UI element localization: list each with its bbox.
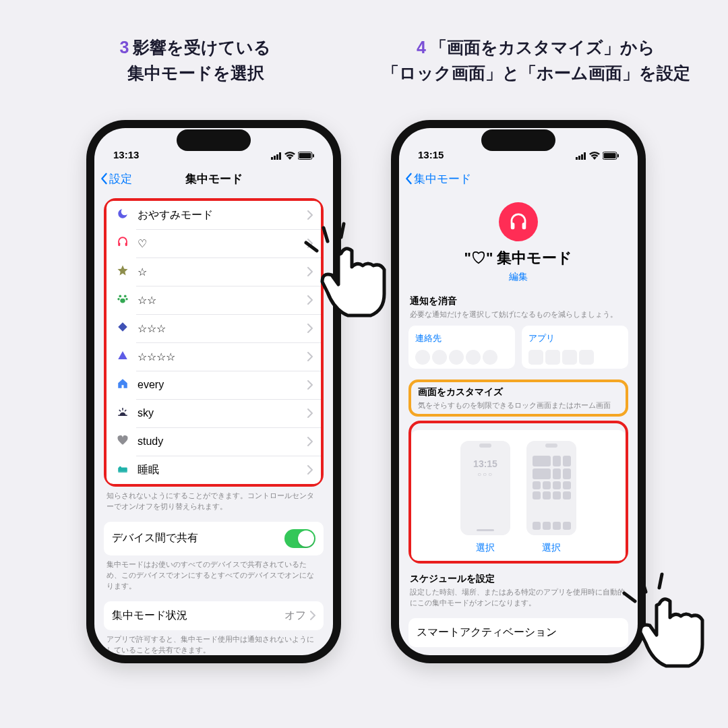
home-select-button[interactable]: 選択 — [526, 542, 576, 554]
schedule-title: スケジュールを設定 — [410, 573, 627, 585]
notify-header: 通知を消音 必要な通知だけを選択して妨げになるものを減らしましょう。 — [408, 295, 628, 326]
focus-status-help: アプリで許可すると、集中モード使用中は通知されないようにしていることを共有できま… — [104, 630, 324, 655]
focus-mode-row[interactable]: ☆☆☆☆ — [107, 342, 321, 371]
phone-right: 13:15 集中モード "♡" 集中モード 編集 通知を消音 必要な通知だけを選… — [391, 120, 646, 663]
focus-mode-row[interactable]: study — [107, 427, 321, 456]
lock-preview-widgets: ○○○ — [477, 471, 493, 478]
focus-mode-label: every — [138, 379, 307, 391]
nav-back-focus[interactable]: 集中モード — [404, 171, 471, 187]
focus-name: "♡" 集中モード — [408, 248, 628, 268]
lock-select-button[interactable]: 選択 — [460, 542, 510, 554]
contacts-card[interactable]: 連絡先 — [408, 326, 515, 369]
customize-screens-highlight: 13:15 ○○○ 選択 — [408, 421, 628, 564]
svg-point-20 — [119, 466, 121, 468]
step4-line2: 「ロック画面」と「ホーム画面」を設定 — [382, 63, 690, 82]
chevron-right-icon — [307, 267, 313, 276]
phone-left: 13:13 設定 集中モード おやすみモード♡☆☆☆☆☆☆☆☆☆☆everysk… — [86, 120, 341, 663]
status-time: 13:13 — [113, 149, 139, 160]
chevron-right-icon — [307, 210, 313, 220]
focus-mode-row[interactable]: ☆ — [107, 257, 321, 286]
chevron-right-icon — [307, 465, 313, 475]
content-left[interactable]: おやすみモード♡☆☆☆☆☆☆☆☆☆☆everyskystudy睡眠 知らされない… — [94, 193, 333, 655]
customize-sub: 気をそらすものを制限できるロック画面またはホーム画面 — [418, 400, 619, 411]
svg-rect-24 — [584, 152, 586, 160]
focus-mode-row[interactable]: おやすみモード — [107, 201, 321, 229]
step4-line1: 「画面をカスタマイズ」から — [430, 38, 655, 57]
lock-preview-time: 13:15 — [473, 458, 497, 469]
smart-activation-label: スマートアクティベーション — [417, 626, 557, 640]
screen-right: 13:15 集中モード "♡" 集中モード 編集 通知を消音 必要な通知だけを選… — [399, 128, 638, 655]
focus-mode-row[interactable]: 睡眠 — [107, 456, 321, 484]
customize-screens-card: 13:15 ○○○ 選択 — [411, 430, 626, 561]
focus-mode-row[interactable]: sky — [107, 399, 321, 427]
content-right[interactable]: "♡" 集中モード 編集 通知を消音 必要な通知だけを選択して妨げになるものを減… — [399, 193, 638, 655]
svg-point-9 — [119, 295, 121, 297]
triangle-icon — [115, 349, 131, 364]
status-right — [271, 150, 314, 160]
focus-mode-label: sky — [138, 407, 307, 419]
chevron-right-icon — [307, 352, 313, 361]
focus-mode-label: ☆☆☆☆ — [138, 351, 307, 363]
bed-icon — [115, 462, 131, 477]
focus-mode-label: 睡眠 — [138, 463, 307, 477]
smart-activation-row[interactable]: スマートアクティベーション — [408, 618, 628, 647]
focus-mode-label: ☆☆ — [138, 294, 307, 307]
step3-header: 3影響を受けている 集中モードを選択 — [67, 35, 324, 86]
chevron-right-icon — [307, 437, 313, 446]
schedule-sub: 設定した時刻、場所、またはある特定のアプリを使用時に自動的にこの集中モードがオン… — [410, 587, 627, 609]
home-preview-grid — [531, 456, 572, 499]
focus-mode-label: study — [138, 435, 307, 448]
status-right — [576, 150, 619, 160]
chevron-right-icon — [307, 239, 313, 248]
screen-left: 13:13 設定 集中モード おやすみモード♡☆☆☆☆☆☆☆☆☆☆everysk… — [94, 128, 333, 655]
chevron-right-icon — [307, 408, 313, 418]
nav-back-label: 設定 — [109, 171, 132, 187]
svg-point-13 — [120, 299, 125, 303]
customize-title: 画面をカスタマイズ — [418, 386, 619, 398]
home-preview-dock — [531, 522, 572, 530]
svg-rect-5 — [299, 153, 311, 158]
lock-screen-option[interactable]: 13:15 ○○○ 選択 — [460, 441, 510, 554]
paw-icon — [115, 293, 131, 307]
battery-icon — [603, 150, 619, 160]
chevron-right-icon — [307, 380, 313, 390]
heart-icon — [115, 434, 131, 449]
focus-mode-row[interactable]: ☆☆ — [107, 286, 321, 314]
edit-link[interactable]: 編集 — [408, 271, 628, 283]
nav-back-label: 集中モード — [414, 171, 471, 187]
notch — [177, 129, 251, 151]
focus-mode-row[interactable]: ☆☆☆ — [107, 314, 321, 342]
moon-icon — [115, 208, 131, 222]
svg-line-35 — [659, 574, 662, 588]
share-label: デバイス間で共有 — [112, 531, 198, 545]
focus-mode-row[interactable]: every — [107, 371, 321, 399]
focus-mode-row[interactable]: ♡ — [107, 229, 321, 257]
lock-screen-preview: 13:15 ○○○ — [460, 441, 510, 535]
wifi-icon — [589, 150, 600, 160]
svg-point-11 — [117, 298, 119, 300]
focus-status-row[interactable]: 集中モード状況 オフ — [104, 601, 324, 630]
chevron-left-icon — [404, 173, 413, 185]
notify-sub: 必要な通知だけを選択して妨げになるものを減らしましょう。 — [410, 309, 627, 320]
svg-rect-1 — [274, 156, 276, 160]
contact-avatars — [415, 350, 508, 365]
home-screen-option[interactable]: 選択 — [526, 441, 576, 554]
share-help-text: 集中モードはお使いのすべてのデバイスで共有されているため、このデバイスでオンにす… — [104, 555, 324, 601]
chevron-right-icon — [307, 324, 313, 333]
apps-card[interactable]: アプリ — [522, 326, 628, 369]
step3-line2: 集中モードを選択 — [127, 63, 264, 82]
svg-rect-28 — [511, 222, 515, 229]
svg-rect-21 — [576, 157, 578, 160]
share-across-devices-row[interactable]: デバイス間で共有 — [104, 522, 324, 555]
svg-point-12 — [125, 298, 127, 300]
chevron-left-icon — [100, 173, 108, 185]
focus-mode-label: おやすみモード — [138, 208, 307, 222]
customize-highlight: 画面をカスタマイズ 気をそらすものを制限できるロック画面またはホーム画面 — [408, 380, 628, 417]
svg-rect-7 — [118, 243, 120, 246]
headphones-icon — [115, 236, 131, 251]
focus-mode-list: おやすみモード♡☆☆☆☆☆☆☆☆☆☆everyskystudy睡眠 — [107, 201, 321, 484]
nav-back-settings[interactable]: 設定 — [100, 171, 132, 187]
star-icon — [115, 264, 131, 279]
battery-icon — [298, 150, 314, 160]
share-toggle[interactable] — [284, 529, 315, 548]
